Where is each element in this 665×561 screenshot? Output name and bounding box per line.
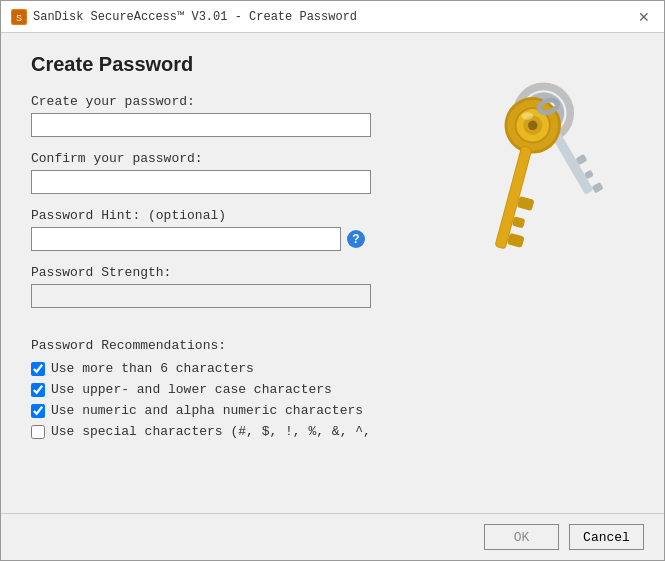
right-panel — [434, 53, 634, 493]
checkbox-item-0: Use more than 6 characters — [31, 361, 434, 376]
main-window: S SanDisk SecureAccess™ V3.01 - Create P… — [0, 0, 665, 561]
confirm-password-group: Confirm your password: — [31, 151, 434, 194]
keys-illustration — [444, 73, 624, 283]
recommendations-title: Password Recommendations: — [31, 338, 434, 353]
recommendations-section: Password Recommendations: Use more than … — [31, 338, 434, 445]
title-bar-left: S SanDisk SecureAccess™ V3.01 - Create P… — [11, 9, 357, 25]
strength-group: Password Strength: — [31, 265, 434, 308]
confirm-password-input[interactable] — [31, 170, 371, 194]
content-area: Create Password Create your password: Co… — [1, 33, 664, 513]
checkbox-label-2: Use numeric and alpha numeric characters — [51, 403, 363, 418]
confirm-password-label: Confirm your password: — [31, 151, 434, 166]
checkbox-label-1: Use upper- and lower case characters — [51, 382, 332, 397]
checkbox-2[interactable] — [31, 404, 45, 418]
svg-rect-16 — [517, 196, 535, 211]
window-title: SanDisk SecureAccess™ V3.01 - Create Pas… — [33, 10, 357, 24]
hint-row: ? — [31, 227, 434, 251]
strength-bar — [31, 284, 371, 308]
hint-input[interactable] — [31, 227, 341, 251]
create-password-label: Create your password: — [31, 94, 434, 109]
checkbox-3[interactable] — [31, 425, 45, 439]
checkbox-0[interactable] — [31, 362, 45, 376]
svg-text:S: S — [16, 13, 22, 23]
checkbox-item-1: Use upper- and lower case characters — [31, 382, 434, 397]
svg-rect-18 — [507, 233, 525, 248]
ok-button[interactable]: OK — [484, 524, 559, 550]
strength-label: Password Strength: — [31, 265, 434, 280]
cancel-button[interactable]: Cancel — [569, 524, 644, 550]
svg-rect-17 — [512, 216, 526, 228]
page-title: Create Password — [31, 53, 434, 76]
svg-rect-15 — [496, 146, 532, 248]
create-password-group: Create your password: — [31, 94, 434, 137]
help-icon[interactable]: ? — [347, 230, 365, 248]
hint-group: Password Hint: (optional) ? — [31, 208, 434, 251]
checkbox-item-2: Use numeric and alpha numeric characters — [31, 403, 434, 418]
checkbox-label-3: Use special characters (#, $, !, %, &, ^… — [51, 424, 371, 439]
title-bar: S SanDisk SecureAccess™ V3.01 - Create P… — [1, 1, 664, 33]
left-panel: Create Password Create your password: Co… — [31, 53, 434, 493]
close-button[interactable]: ✕ — [634, 7, 654, 27]
svg-rect-9 — [592, 182, 604, 193]
footer: OK Cancel — [1, 513, 664, 560]
checkbox-1[interactable] — [31, 383, 45, 397]
create-password-input[interactable] — [31, 113, 371, 137]
checkbox-label-0: Use more than 6 characters — [51, 361, 254, 376]
app-icon: S — [11, 9, 27, 25]
hint-label: Password Hint: (optional) — [31, 208, 434, 223]
checkbox-item-3: Use special characters (#, $, !, %, &, ^… — [31, 424, 434, 439]
